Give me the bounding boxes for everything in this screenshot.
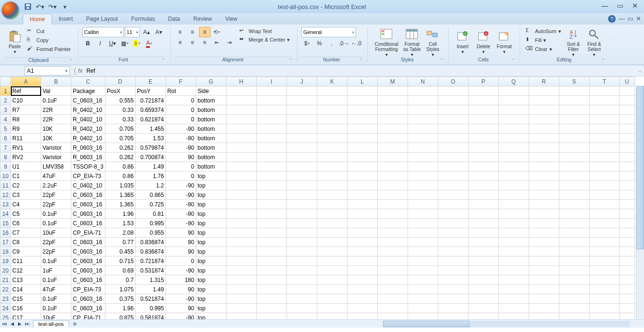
increase-decimal-icon[interactable]: .0→: [338, 38, 349, 49]
row-header[interactable]: 9: [0, 162, 11, 171]
paste-button[interactable]: Paste▾: [5, 27, 25, 57]
cell[interactable]: 10K: [41, 124, 71, 134]
cell-styles-button[interactable]: Cell Styles▾: [423, 27, 443, 57]
cell[interactable]: [498, 256, 529, 266]
cell[interactable]: [226, 294, 256, 304]
cell[interactable]: 0.955: [135, 228, 165, 238]
cell[interactable]: [498, 96, 529, 105]
cell[interactable]: [589, 247, 619, 256]
cell[interactable]: 0.375: [105, 294, 135, 304]
cell[interactable]: [256, 86, 287, 96]
cell[interactable]: [408, 313, 438, 320]
cell[interactable]: 0.1uF: [41, 256, 71, 266]
cell[interactable]: [619, 285, 635, 294]
cell[interactable]: [317, 313, 347, 320]
cell[interactable]: 0.7: [105, 275, 135, 285]
cell[interactable]: [589, 134, 619, 143]
cell[interactable]: bottom: [196, 162, 226, 171]
cell[interactable]: [529, 266, 559, 275]
minimize-button[interactable]: —: [598, 1, 612, 10]
cell[interactable]: PosY: [135, 86, 165, 96]
cell[interactable]: [226, 153, 256, 162]
cell[interactable]: R_0402_10: [71, 124, 105, 134]
cell[interactable]: 0.875: [105, 313, 135, 320]
column-header[interactable]: R: [529, 77, 559, 86]
cell[interactable]: U1: [11, 162, 41, 171]
cell[interactable]: [287, 200, 317, 209]
row-header[interactable]: 25: [0, 313, 11, 320]
cell[interactable]: [619, 219, 635, 228]
column-header[interactable]: S: [559, 77, 589, 86]
cell[interactable]: top: [196, 219, 226, 228]
cell[interactable]: [256, 313, 287, 320]
cell[interactable]: PosX: [105, 86, 135, 96]
cell[interactable]: 1.49: [135, 285, 165, 294]
cell[interactable]: [377, 256, 408, 266]
column-header[interactable]: T: [589, 77, 619, 86]
comma-format-icon[interactable]: ,: [326, 38, 337, 49]
cell[interactable]: C4: [11, 200, 41, 209]
cell[interactable]: [529, 219, 559, 228]
cell[interactable]: [529, 86, 559, 96]
cell[interactable]: top: [196, 275, 226, 285]
cell[interactable]: C9: [11, 247, 41, 256]
cell[interactable]: [619, 200, 635, 209]
column-header[interactable]: N: [408, 77, 438, 86]
cell[interactable]: [408, 143, 438, 153]
cell[interactable]: [287, 304, 317, 313]
cell[interactable]: 0.715: [105, 256, 135, 266]
cell[interactable]: 2.2uF: [41, 181, 71, 190]
cell[interactable]: 0.81: [135, 209, 165, 219]
column-header[interactable]: J: [287, 77, 317, 86]
cell[interactable]: [256, 219, 287, 228]
cell[interactable]: [377, 294, 408, 304]
cell[interactable]: 0.705: [105, 134, 135, 143]
cell[interactable]: [408, 171, 438, 181]
cell[interactable]: top: [196, 247, 226, 256]
cell[interactable]: Val: [41, 86, 71, 96]
last-sheet-icon[interactable]: ⏭: [24, 320, 31, 328]
row-header[interactable]: 24: [0, 304, 11, 313]
cell[interactable]: 0.1uF: [41, 275, 71, 285]
cell[interactable]: [589, 228, 619, 238]
cell[interactable]: [226, 115, 256, 124]
cell[interactable]: [529, 115, 559, 124]
cell[interactable]: [347, 115, 377, 124]
cell[interactable]: 90: [165, 153, 196, 162]
cell[interactable]: [256, 124, 287, 134]
qat-customize-icon[interactable]: ▾: [60, 1, 70, 12]
cell[interactable]: [498, 86, 529, 96]
cell[interactable]: [619, 153, 635, 162]
cell[interactable]: [559, 313, 589, 320]
cell[interactable]: [589, 209, 619, 219]
format-painter-button[interactable]: 🖌Format Painter: [26, 45, 72, 53]
cell[interactable]: [468, 86, 498, 96]
cell[interactable]: 0.531874: [135, 266, 165, 275]
cell[interactable]: [438, 304, 468, 313]
cell[interactable]: 10uF: [41, 313, 71, 320]
cell[interactable]: [589, 86, 619, 96]
cell[interactable]: [317, 124, 347, 134]
cell[interactable]: [347, 162, 377, 171]
cell[interactable]: 0.1uF: [41, 209, 71, 219]
cell[interactable]: [529, 190, 559, 200]
cell[interactable]: [468, 190, 498, 200]
cell[interactable]: [317, 134, 347, 143]
cell[interactable]: [589, 181, 619, 190]
cell[interactable]: [377, 247, 408, 256]
insert-worksheet-icon[interactable]: ⊕: [71, 320, 78, 328]
cell[interactable]: [619, 256, 635, 266]
cell[interactable]: [438, 153, 468, 162]
row-header[interactable]: 20: [0, 266, 11, 275]
clear-button[interactable]: ⌫Clear▾: [524, 45, 562, 53]
cell[interactable]: [408, 256, 438, 266]
cell[interactable]: [287, 181, 317, 190]
cell[interactable]: top: [196, 228, 226, 238]
cell[interactable]: [529, 134, 559, 143]
cell[interactable]: 22pF: [41, 238, 71, 247]
cell[interactable]: [347, 228, 377, 238]
cell[interactable]: [317, 219, 347, 228]
cell[interactable]: [287, 247, 317, 256]
cell[interactable]: [589, 105, 619, 115]
cell[interactable]: [619, 304, 635, 313]
